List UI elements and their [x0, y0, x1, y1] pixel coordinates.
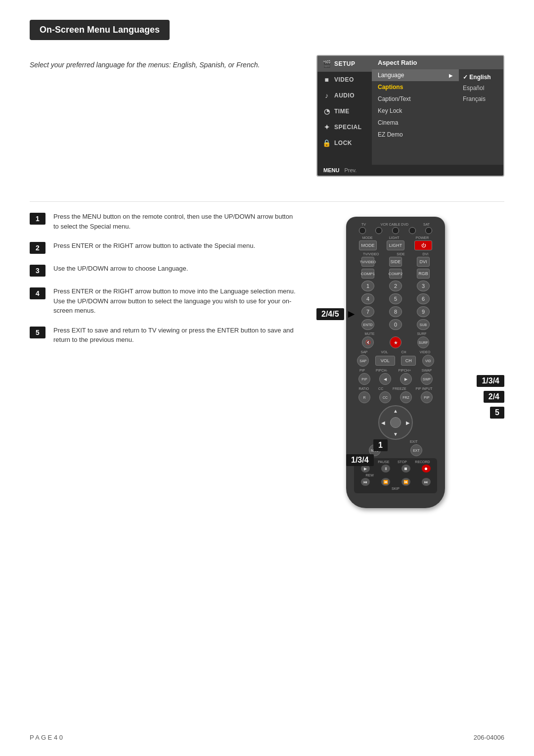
menu-item-setup[interactable]: 🎬 SETUP: [317, 56, 372, 72]
num-3-btn[interactable]: 3: [417, 281, 430, 291]
pipinput-btn[interactable]: PIP: [421, 391, 433, 403]
rew2-btn[interactable]: ⏪: [381, 478, 390, 486]
pipch-plus-btn[interactable]: ▶: [400, 373, 412, 385]
menu-item-lock[interactable]: 🔒 LOCK: [317, 135, 372, 151]
pause-btn[interactable]: ⏸: [381, 465, 390, 472]
mode-btn[interactable]: MODE: [359, 240, 377, 250]
pipch-minus-btn[interactable]: ◀: [379, 373, 391, 385]
remote-section: TV VCR CABLE DVD SAT: [316, 212, 504, 489]
num-0-btn[interactable]: 0: [389, 319, 402, 330]
cc-btn[interactable]: CC: [379, 391, 391, 403]
step-text-4: Press ENTER or the RIGHT arrow button to…: [53, 286, 297, 316]
menu-item-time-label: TIME: [334, 108, 350, 115]
mute-surf-row: 🔇 ★ SURF: [354, 336, 437, 348]
callout-right-group: 1/3/4 2/4 5: [477, 375, 504, 419]
callout-2-4-5: 2/4/5 ▶: [316, 308, 354, 320]
enter-btn[interactable]: ENTD: [361, 319, 374, 330]
num-7-btn[interactable]: 7: [361, 306, 374, 317]
sat-btn[interactable]: [425, 227, 432, 234]
num-9-btn[interactable]: 9: [417, 306, 430, 317]
vol-btn[interactable]: VOL: [375, 356, 395, 366]
step-number-1: 1: [30, 213, 45, 225]
comp2-btn[interactable]: COMP2: [389, 269, 402, 279]
nav-left-arrow[interactable]: ◀: [381, 420, 385, 425]
side-btn[interactable]: SIDE: [389, 257, 402, 267]
callout-24-right: 2/4: [477, 391, 504, 403]
nav-center-btn[interactable]: [390, 417, 401, 428]
dvd-btn[interactable]: [409, 227, 416, 234]
pip-btn[interactable]: PIP: [358, 373, 370, 385]
tv-menu: 🎬 SETUP ■ VIDEO ♪ AUDIO ◔ TIME: [316, 55, 504, 177]
skip-btn[interactable]: ⏭: [422, 478, 431, 486]
callout-badge-134-right: 1/3/4: [477, 375, 504, 387]
menu-bottom-menu: MENU: [323, 167, 339, 173]
num-8-btn[interactable]: 8: [389, 306, 402, 317]
comp1-btn[interactable]: COMP1: [361, 269, 374, 279]
ratio-row: R CC FRZ PIP: [354, 391, 437, 403]
cable-btn[interactable]: [392, 227, 399, 234]
lang-espanol[interactable]: Español: [459, 83, 503, 94]
num-2-btn[interactable]: 2: [389, 281, 402, 291]
light-btn[interactable]: LIGHT: [387, 240, 404, 250]
dvi-btn[interactable]: DVI: [417, 257, 430, 267]
rew-btn[interactable]: ⏮: [361, 478, 370, 486]
footer-code: 206-04006: [474, 734, 504, 741]
sap-btn[interactable]: SAP: [357, 355, 369, 367]
power-btn[interactable]: ⏻: [414, 240, 432, 250]
remote-mode-row: MODE LIGHT ⏻: [354, 240, 437, 250]
section-divider: [30, 201, 504, 202]
remote-source-row: [354, 227, 437, 234]
swap-btn[interactable]: SWP: [421, 373, 433, 385]
nav-right-arrow[interactable]: ▶: [406, 420, 410, 425]
lang-english[interactable]: English: [459, 72, 503, 83]
num-6-btn[interactable]: 6: [417, 293, 430, 304]
record-btn[interactable]: ⏺: [422, 465, 431, 472]
menu-row-language[interactable]: Language: [372, 69, 459, 81]
menu-row-cinema[interactable]: Cinema: [372, 117, 459, 129]
remote-num-row-1: 1 2 3: [354, 281, 437, 291]
nav-down-arrow[interactable]: ▼: [393, 431, 398, 437]
tvvideo-btn[interactable]: TV/VIDEO: [361, 257, 374, 267]
callout-1-3-4-bottom: 1/3/4: [346, 454, 374, 466]
num-4-btn[interactable]: 4: [361, 293, 374, 304]
fwd-btn[interactable]: ⏩: [401, 478, 410, 486]
remote-mode-labels: MODELIGHTPOWER: [354, 236, 437, 239]
lock-icon: 🔒: [322, 139, 331, 147]
menu-row-ez-demo[interactable]: EZ Demo: [372, 129, 459, 141]
tv-btn[interactable]: [359, 227, 366, 234]
menu-row-key-lock[interactable]: Key Lock: [372, 105, 459, 117]
sub-btn[interactable]: SUB: [417, 319, 430, 330]
nav-ring[interactable]: ▲ ▼ ◀ ▶: [378, 405, 413, 440]
lang-francais[interactable]: Français: [459, 94, 503, 104]
ch-btn[interactable]: CH: [401, 356, 416, 366]
menu-item-audio[interactable]: ♪ AUDIO: [317, 88, 372, 103]
nav-ring-container: ▲ ▼ ◀ ▶: [354, 405, 437, 440]
callout-arrow-245: ▶: [348, 310, 354, 318]
surf-btn[interactable]: SURF: [417, 336, 429, 348]
num-5-btn[interactable]: 5: [389, 293, 402, 304]
menu-row-caption-text[interactable]: Caption/Text: [372, 93, 459, 105]
exit-btn[interactable]: EXT: [410, 444, 422, 456]
vcr-btn[interactable]: [375, 227, 382, 234]
ratio-btn[interactable]: R: [358, 391, 370, 403]
rgb-btn[interactable]: RGB: [417, 269, 430, 279]
callout-badge-5-right: 5: [490, 407, 504, 419]
menu-item-video[interactable]: ■ VIDEO: [317, 72, 372, 88]
skip-label: SKIP: [355, 487, 436, 490]
menu-item-time[interactable]: ◔ TIME: [317, 103, 372, 119]
freeze-btn[interactable]: FRZ: [400, 391, 412, 403]
fav-btn[interactable]: ★: [390, 336, 401, 348]
menu-row-captions[interactable]: Captions: [372, 81, 459, 93]
num-1-btn[interactable]: 1: [361, 281, 374, 291]
video-btn[interactable]: VID: [422, 355, 434, 367]
menu-item-lock-label: LOCK: [334, 140, 352, 146]
menu-left-sidebar: 🎬 SETUP ■ VIDEO ♪ AUDIO ◔ TIME: [317, 56, 372, 165]
video-icon: ■: [322, 76, 331, 84]
ratio-labels: RATIOCCFREEZEPIP INPUT: [354, 387, 437, 390]
callout-134-right: 1/3/4: [477, 375, 504, 387]
nav-up-arrow[interactable]: ▲: [393, 408, 398, 414]
mute-btn[interactable]: 🔇: [362, 336, 374, 348]
menu-item-special[interactable]: ✦ SPECIAL: [317, 119, 372, 135]
description-text: Select your preferred language for the m…: [30, 55, 297, 177]
stop-btn[interactable]: ⏹: [401, 465, 410, 472]
